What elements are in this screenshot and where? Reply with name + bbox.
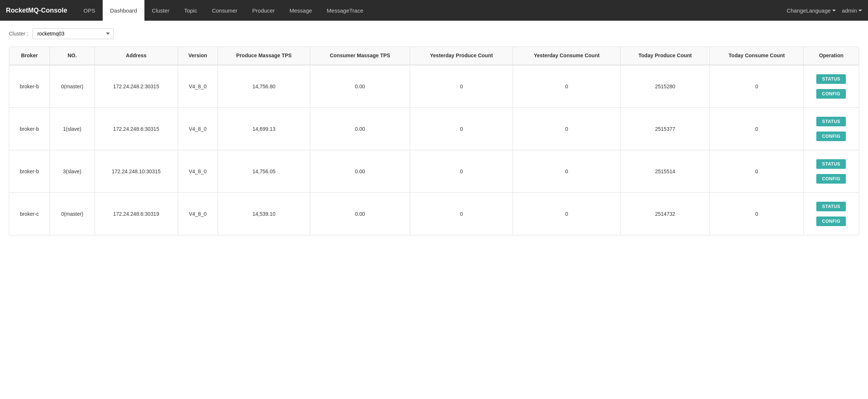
cell-no: 3(slave) bbox=[50, 150, 95, 192]
broker-table: Broker NO. Address Version Produce Massa… bbox=[9, 47, 859, 235]
cell-broker: broker-b bbox=[9, 65, 50, 108]
cluster-row: Cluster : rocketmq03 bbox=[9, 28, 859, 39]
col-broker: Broker bbox=[9, 47, 50, 65]
operation-buttons: STATUS CONFIG bbox=[808, 115, 854, 143]
cell-consumer-tps: 0.00 bbox=[310, 150, 410, 192]
cell-version: V4_8_0 bbox=[178, 108, 218, 150]
cell-operation: STATUS CONFIG bbox=[803, 108, 859, 150]
cell-no: 0(master) bbox=[50, 192, 95, 235]
cell-today-consume: 0 bbox=[710, 192, 803, 235]
config-button[interactable]: CONFIG bbox=[816, 216, 846, 226]
cell-consumer-tps: 0.00 bbox=[310, 108, 410, 150]
brand: RocketMQ-Console bbox=[6, 7, 67, 14]
config-button[interactable]: CONFIG bbox=[816, 132, 846, 141]
operation-buttons: STATUS CONFIG bbox=[808, 73, 854, 100]
cell-yesterday-consume: 0 bbox=[513, 192, 621, 235]
col-today-produce: Today Produce Count bbox=[621, 47, 710, 65]
nav-cluster[interactable]: Cluster bbox=[144, 0, 177, 21]
nav-consumer[interactable]: Consumer bbox=[205, 0, 245, 21]
cell-yesterday-consume: 0 bbox=[513, 150, 621, 192]
cell-no: 1(slave) bbox=[50, 108, 95, 150]
cell-yesterday-produce: 0 bbox=[410, 108, 513, 150]
nav-ops[interactable]: OPS bbox=[76, 0, 103, 21]
cell-address: 172.24.248.6:30315 bbox=[95, 108, 178, 150]
status-button[interactable]: STATUS bbox=[816, 202, 846, 211]
status-button[interactable]: STATUS bbox=[816, 117, 846, 126]
broker-table-wrapper: Broker NO. Address Version Produce Massa… bbox=[9, 47, 859, 235]
cell-consumer-tps: 0.00 bbox=[310, 192, 410, 235]
cell-version: V4_8_0 bbox=[178, 65, 218, 108]
cell-address: 172.24.248.10:30315 bbox=[95, 150, 178, 192]
operation-buttons: STATUS CONFIG bbox=[808, 200, 854, 228]
col-consumer-tps: Consumer Massage TPS bbox=[310, 47, 410, 65]
cluster-label: Cluster : bbox=[9, 31, 28, 37]
col-yesterday-consume: Yesterday Consume Count bbox=[513, 47, 621, 65]
main-content: Cluster : rocketmq03 Broker NO. Address … bbox=[0, 21, 868, 243]
nav-message[interactable]: Message bbox=[282, 0, 319, 21]
table-row: broker-b 3(slave) 172.24.248.10:30315 V4… bbox=[9, 150, 859, 192]
table-row: broker-c 0(master) 172.24.248.6:30319 V4… bbox=[9, 192, 859, 235]
chevron-down-icon bbox=[832, 10, 836, 11]
nav-dashboard[interactable]: Dashboard bbox=[103, 0, 144, 21]
cell-produce-tps: 14,699.13 bbox=[218, 108, 310, 150]
nav-topic[interactable]: Topic bbox=[177, 0, 205, 21]
col-address: Address bbox=[95, 47, 178, 65]
navbar: RocketMQ-Console OPS Dashboard Cluster T… bbox=[0, 0, 868, 21]
nav-producer[interactable]: Producer bbox=[245, 0, 282, 21]
cell-version: V4_8_0 bbox=[178, 192, 218, 235]
cell-produce-tps: 14,539.10 bbox=[218, 192, 310, 235]
chevron-down-icon bbox=[858, 10, 862, 11]
admin-button[interactable]: admin bbox=[842, 7, 862, 14]
cell-address: 172.24.248.2:30315 bbox=[95, 65, 178, 108]
nav-items: OPS Dashboard Cluster Topic Consumer Pro… bbox=[76, 0, 787, 21]
table-header-row: Broker NO. Address Version Produce Massa… bbox=[9, 47, 859, 65]
operation-buttons: STATUS CONFIG bbox=[808, 158, 854, 185]
cell-operation: STATUS CONFIG bbox=[803, 150, 859, 192]
cell-consumer-tps: 0.00 bbox=[310, 65, 410, 108]
col-today-consume: Today Consume Count bbox=[710, 47, 803, 65]
col-produce-tps: Produce Massage TPS bbox=[218, 47, 310, 65]
cluster-select[interactable]: rocketmq03 bbox=[33, 28, 114, 39]
status-button[interactable]: STATUS bbox=[816, 74, 846, 84]
cell-yesterday-consume: 0 bbox=[513, 65, 621, 108]
status-button[interactable]: STATUS bbox=[816, 159, 846, 169]
cell-today-consume: 0 bbox=[710, 65, 803, 108]
cell-operation: STATUS CONFIG bbox=[803, 65, 859, 108]
cell-broker: broker-b bbox=[9, 150, 50, 192]
col-no: NO. bbox=[50, 47, 95, 65]
col-operation: Operation bbox=[803, 47, 859, 65]
table-row: broker-b 1(slave) 172.24.248.6:30315 V4_… bbox=[9, 108, 859, 150]
cell-yesterday-produce: 0 bbox=[410, 192, 513, 235]
navbar-right: ChangeLanguage admin bbox=[787, 7, 862, 14]
config-button[interactable]: CONFIG bbox=[816, 174, 846, 184]
col-yesterday-produce: Yesterday Produce Count bbox=[410, 47, 513, 65]
table-row: broker-b 0(master) 172.24.248.2:30315 V4… bbox=[9, 65, 859, 108]
cell-broker: broker-b bbox=[9, 108, 50, 150]
cell-today-consume: 0 bbox=[710, 108, 803, 150]
nav-message-trace[interactable]: MessageTrace bbox=[319, 0, 371, 21]
cell-address: 172.24.248.6:30319 bbox=[95, 192, 178, 235]
cell-produce-tps: 14,756.80 bbox=[218, 65, 310, 108]
cell-today-consume: 0 bbox=[710, 150, 803, 192]
change-language-button[interactable]: ChangeLanguage bbox=[787, 7, 836, 14]
col-version: Version bbox=[178, 47, 218, 65]
cell-today-produce: 2514732 bbox=[621, 192, 710, 235]
cell-today-produce: 2515514 bbox=[621, 150, 710, 192]
cell-today-produce: 2515377 bbox=[621, 108, 710, 150]
cell-broker: broker-c bbox=[9, 192, 50, 235]
cell-produce-tps: 14,756.05 bbox=[218, 150, 310, 192]
cell-version: V4_8_0 bbox=[178, 150, 218, 192]
cell-today-produce: 2515280 bbox=[621, 65, 710, 108]
cell-yesterday-produce: 0 bbox=[410, 65, 513, 108]
cell-no: 0(master) bbox=[50, 65, 95, 108]
config-button[interactable]: CONFIG bbox=[816, 89, 846, 99]
cell-yesterday-consume: 0 bbox=[513, 108, 621, 150]
cell-yesterday-produce: 0 bbox=[410, 150, 513, 192]
cell-operation: STATUS CONFIG bbox=[803, 192, 859, 235]
